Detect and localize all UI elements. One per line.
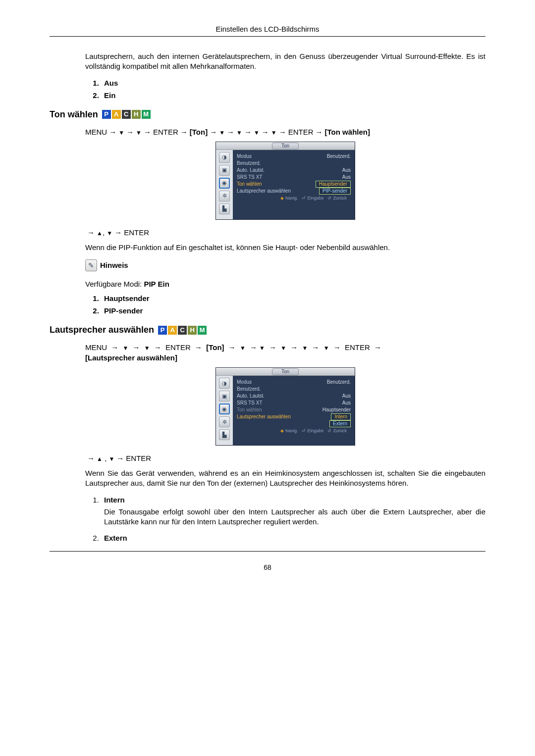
osd-value: Hauptsender bbox=[322, 406, 351, 413]
osd-label: Benutzerd. bbox=[237, 386, 261, 393]
osd-value: Extern bbox=[329, 420, 351, 427]
list-item: Aus bbox=[101, 79, 485, 87]
badge-a-icon: A bbox=[168, 326, 177, 335]
badge-h-icon: H bbox=[188, 326, 197, 335]
sound-icon: ◉ bbox=[219, 403, 230, 414]
section-title: Ton wählen bbox=[50, 109, 98, 120]
badge-h-icon: H bbox=[132, 110, 141, 119]
speaker-list: Intern Die Tonausgabe erfolgt sowohl übe… bbox=[85, 496, 485, 543]
input-icon: ▣ bbox=[219, 165, 230, 176]
note-line: ✎ Hinweis bbox=[85, 259, 485, 271]
list-item: Hauptsender bbox=[101, 294, 485, 302]
osd-value: Aus bbox=[342, 393, 351, 400]
osd-label: Auto. Lautst. bbox=[237, 393, 265, 400]
osd-sidebar: ◑ ▣ ◉ ✲ ▙ bbox=[216, 376, 233, 445]
nav-token: ENTER bbox=[126, 454, 151, 462]
setup-icon: ✲ bbox=[219, 416, 230, 427]
badge-m-icon: M bbox=[198, 326, 207, 335]
nav-token: ENTER bbox=[345, 343, 370, 352]
nav-token: [Ton] bbox=[190, 128, 208, 136]
osd-title: Ton bbox=[272, 143, 299, 150]
note-icon: ✎ bbox=[85, 259, 97, 271]
heimkino-paragraph: Wenn Sie das Gerät verwenden, während es… bbox=[85, 468, 485, 489]
picture-icon: ◑ bbox=[219, 152, 230, 163]
badge-c-icon: C bbox=[178, 326, 187, 335]
multi-icon: ▙ bbox=[219, 203, 230, 214]
osd-label: Auto. Lautst. bbox=[237, 167, 265, 174]
nav-token: ENTER bbox=[165, 343, 191, 352]
nav-token: [Ton wählen] bbox=[325, 128, 370, 136]
osd-footer: ◆Navig. ⏎Eingabe ↺Zurück bbox=[237, 427, 351, 435]
badge-c-icon: C bbox=[122, 110, 131, 119]
osd-value: Benutzerd. bbox=[327, 153, 351, 160]
sender-list: Hauptsender PIP-sender bbox=[85, 294, 485, 315]
setup-icon: ✲ bbox=[219, 191, 230, 202]
mode-badges: P A C H M bbox=[158, 326, 207, 335]
nav-token: [Lautsprecher auswählen] bbox=[85, 353, 177, 362]
list-item-desc: Die Tonausgabe erfolgt sowohl über den I… bbox=[104, 507, 485, 527]
pip-paragraph: Wenn die PIP-Funktion auf Ein geschaltet… bbox=[85, 243, 485, 252]
osd-value: Benutzerd. bbox=[327, 379, 351, 386]
osd-screenshot-lautsprecher: Ton ◑ ▣ ◉ ✲ ▙ ModusBenutzerd. Benutzerd. bbox=[216, 368, 355, 445]
list-item: Extern bbox=[101, 534, 485, 542]
osd-selected-value: Intern bbox=[331, 413, 351, 420]
available-modes: Verfügbare Modi: PIP Ein bbox=[85, 279, 485, 289]
nav-token: [Ton] bbox=[206, 343, 224, 352]
osd-value: PIP-sender bbox=[319, 188, 351, 195]
mode-badges: P A C H M bbox=[102, 110, 151, 119]
nav-token: MENU bbox=[85, 343, 107, 352]
section-heading-ton-waehlen: Ton wählen P A C H M bbox=[50, 109, 485, 120]
section-title: Lautsprecher auswählen bbox=[50, 325, 154, 335]
osd-label: SRS TS XT bbox=[237, 400, 263, 406]
sound-icon: ◉ bbox=[219, 178, 230, 189]
badge-p-icon: P bbox=[102, 110, 111, 119]
nav-token: ENTER bbox=[288, 128, 314, 136]
page-number: 68 bbox=[0, 563, 535, 571]
intro-paragraph: Lautsprechern, auch den internen Gerätel… bbox=[85, 51, 485, 72]
list-item-label: Extern bbox=[104, 534, 127, 542]
osd-selected-value: Hauptsender bbox=[316, 181, 351, 188]
osd-sidebar: ◑ ▣ ◉ ✲ ▙ bbox=[216, 150, 233, 219]
picture-icon: ◑ bbox=[219, 378, 230, 389]
osd-label: Ton wählen bbox=[237, 406, 262, 413]
osd-label: Lautsprecher auswählen bbox=[237, 413, 291, 420]
nav-token: ENTER bbox=[124, 228, 149, 237]
badge-p-icon: P bbox=[158, 326, 167, 335]
osd-label: Modus bbox=[237, 153, 252, 160]
osd-value: Aus bbox=[342, 174, 351, 181]
nav-token: ENTER bbox=[153, 128, 178, 136]
input-icon: ▣ bbox=[219, 391, 230, 402]
intro-list: Aus Ein bbox=[85, 79, 485, 100]
osd-title: Ton bbox=[272, 368, 299, 375]
osd-label: Benutzerd. bbox=[237, 160, 261, 167]
osd-footer: ◆Navig. ⏎Eingabe ↺Zurück bbox=[237, 195, 351, 202]
list-item: Intern Die Tonausgabe erfolgt sowohl übe… bbox=[101, 496, 485, 527]
nav-path-ton-waehlen: MENU→▼→▼→ENTER→[Ton]→▼→▼→▼→▼→ENTER→[Ton … bbox=[85, 127, 485, 137]
osd-value: Aus bbox=[342, 167, 351, 174]
osd-screenshot-ton-waehlen: Ton ◑ ▣ ◉ ✲ ▙ ModusBenutzerd. Benutzerd. bbox=[216, 142, 355, 219]
nav-path-after-osd: →▲, ▼→ENTER bbox=[85, 227, 485, 238]
nav-path-after-osd-2: →▲ , ▼→ENTER bbox=[85, 453, 485, 463]
footer-rule bbox=[50, 551, 485, 552]
list-item: PIP-sender bbox=[101, 306, 485, 315]
nav-path-lautsprecher: MENU → ▼ → ▼ → ENTER → [Ton] → ▼ →▼ → ▼ … bbox=[85, 342, 485, 363]
osd-value: Aus bbox=[342, 400, 351, 406]
nav-token: MENU bbox=[85, 128, 107, 136]
badge-m-icon: M bbox=[142, 110, 151, 119]
section-heading-lautsprecher: Lautsprecher auswählen P A C H M bbox=[50, 325, 485, 335]
list-item: Ein bbox=[101, 91, 485, 100]
list-item-label: Intern bbox=[104, 496, 125, 504]
page-header: Einstellen des LCD-Bildschirms bbox=[0, 25, 535, 33]
osd-label: Lautsprecher auswählen bbox=[237, 188, 291, 195]
note-label: Hinweis bbox=[100, 261, 128, 269]
osd-label: Modus bbox=[237, 379, 252, 386]
multi-icon: ▙ bbox=[219, 429, 230, 440]
osd-label: Ton wählen bbox=[237, 181, 262, 188]
osd-label: SRS TS XT bbox=[237, 174, 263, 181]
badge-a-icon: A bbox=[112, 110, 121, 119]
